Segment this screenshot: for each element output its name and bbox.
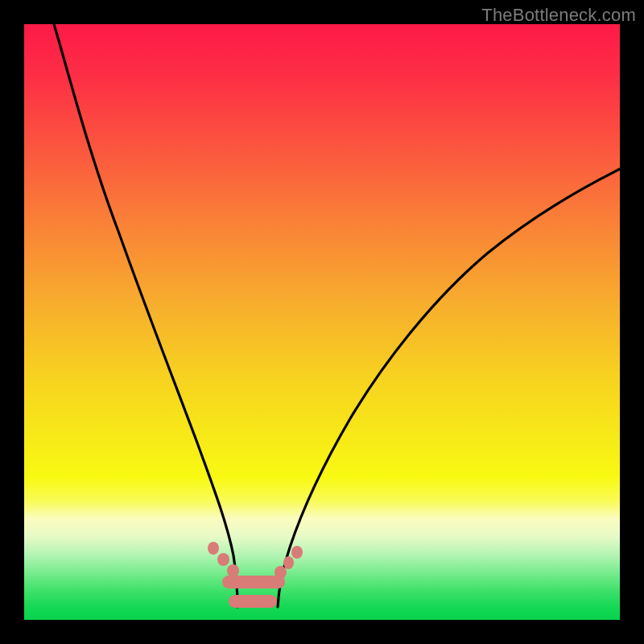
right-curve-path <box>278 169 620 607</box>
svg-rect-3 <box>229 595 277 608</box>
chart-frame: TheBottleneck.com <box>0 0 644 644</box>
svg-rect-2 <box>227 564 239 577</box>
left-curve-path <box>54 24 237 607</box>
svg-rect-0 <box>208 542 219 555</box>
chart-svg <box>24 24 620 620</box>
svg-rect-1 <box>217 553 229 566</box>
plot-area <box>24 24 620 620</box>
svg-rect-5 <box>275 566 287 579</box>
watermark-text: TheBottleneck.com <box>481 5 636 26</box>
svg-rect-6 <box>283 556 294 569</box>
svg-rect-7 <box>291 546 303 559</box>
svg-rect-4 <box>222 576 285 588</box>
marker-band <box>208 542 303 608</box>
